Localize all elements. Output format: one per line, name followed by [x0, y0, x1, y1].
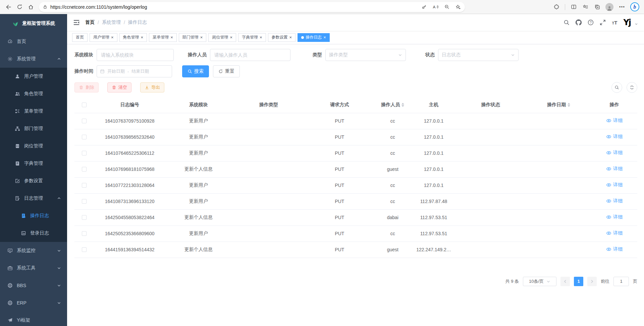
sidebar-item-oper-log[interactable]: 操作日志: [0, 207, 67, 224]
detail-link[interactable]: 详细: [606, 134, 623, 140]
row-checkbox[interactable]: [82, 167, 87, 172]
date-range-picker[interactable]: 开始日期 - 结束日期: [97, 65, 172, 77]
module-input[interactable]: [97, 49, 174, 61]
row-checkbox[interactable]: [82, 231, 87, 236]
font-size-icon[interactable]: TT: [612, 20, 617, 25]
url-text[interactable]: https://ccnetcore.com:1101/system/log/op…: [50, 4, 418, 10]
col-date-sortable[interactable]: 操作日期: [526, 97, 592, 113]
extensions-icon[interactable]: [553, 4, 560, 10]
detail-link[interactable]: 详细: [606, 182, 623, 188]
row-checkbox[interactable]: [82, 199, 87, 204]
sidebar-item-yi-framework[interactable]: Yi框架: [0, 312, 67, 326]
close-icon[interactable]: ×: [323, 35, 326, 40]
close-icon[interactable]: ×: [141, 35, 144, 40]
sidebar-item-login-log[interactable]: 登录日志: [0, 224, 67, 242]
detail-link[interactable]: 详细: [606, 230, 623, 236]
col-operator-sortable[interactable]: 操作人员: [373, 97, 412, 113]
search-button[interactable]: 搜索: [182, 65, 209, 77]
more-menu-icon[interactable]: ⋯: [619, 4, 625, 10]
tab-oper-log[interactable]: 操作日志×: [298, 33, 330, 42]
help-icon[interactable]: ?: [588, 19, 594, 25]
sidebar-collapse-icon[interactable]: [73, 19, 80, 26]
chevron-down-icon[interactable]: [635, 22, 638, 26]
row-checkbox[interactable]: [82, 135, 87, 139]
close-icon[interactable]: ×: [200, 35, 203, 40]
detail-link[interactable]: 详细: [606, 214, 623, 220]
tab-home[interactable]: 首页: [72, 33, 88, 42]
prev-page-button[interactable]: [560, 277, 570, 286]
sidebar-item-param-settings[interactable]: 参数设置: [0, 172, 67, 190]
export-button[interactable]: 导出: [140, 82, 164, 92]
next-page-button[interactable]: [587, 277, 597, 286]
password-key-icon[interactable]: [421, 4, 427, 10]
refresh-icon[interactable]: [16, 4, 23, 10]
goto-page-input[interactable]: [613, 277, 629, 286]
favorites-bar-icon[interactable]: [582, 4, 589, 10]
sidebar-item-bbs[interactable]: BBS: [0, 277, 67, 294]
detail-link[interactable]: 详细: [606, 246, 623, 252]
page-number-1[interactable]: 1: [574, 277, 583, 286]
tab-menu-manage[interactable]: 菜单管理×: [149, 33, 177, 42]
favorite-add-icon[interactable]: [455, 4, 462, 10]
sidebar-item-dept-manage[interactable]: 部门管理: [0, 120, 67, 137]
sidebar-item-erp[interactable]: ERP: [0, 294, 67, 312]
close-icon[interactable]: ×: [289, 35, 292, 40]
sidebar-item-dict-manage[interactable]: 字典管理: [0, 155, 67, 172]
close-icon[interactable]: ×: [170, 35, 173, 40]
sidebar-item-home[interactable]: 首页: [0, 33, 67, 50]
split-screen-icon[interactable]: [570, 4, 577, 10]
select-all-checkbox[interactable]: [82, 103, 87, 107]
tab-dict-manage[interactable]: 字典管理×: [238, 33, 266, 42]
row-checkbox[interactable]: [82, 183, 87, 188]
sidebar-item-user-manage[interactable]: 用户管理: [0, 68, 67, 85]
lock-icon[interactable]: [42, 4, 48, 10]
toggle-search-button[interactable]: [611, 82, 622, 93]
breadcrumb-home[interactable]: 首页: [85, 19, 95, 25]
zoom-out-icon[interactable]: [443, 4, 450, 10]
detail-link[interactable]: 详细: [606, 150, 623, 156]
fullscreen-icon[interactable]: [600, 19, 606, 25]
start-date-placeholder[interactable]: 开始日期: [107, 68, 125, 74]
breadcrumb-system-manage[interactable]: 系统管理: [102, 19, 121, 25]
tab-param-settings[interactable]: 参数设置×: [268, 33, 296, 42]
bing-chat-icon[interactable]: b: [630, 2, 639, 11]
address-bar[interactable]: https://ccnetcore.com:1101/system/log/op…: [39, 2, 465, 12]
sidebar-item-role-manage[interactable]: 角色管理: [0, 85, 67, 103]
sidebar-item-system-manage[interactable]: 系统管理: [0, 50, 67, 68]
delete-button[interactable]: 删除: [74, 82, 99, 92]
read-aloud-icon[interactable]: A: [432, 4, 439, 10]
refresh-table-button[interactable]: [627, 82, 637, 93]
page-size-select[interactable]: 10条/页: [523, 277, 556, 286]
status-select[interactable]: 日志状态: [438, 49, 519, 61]
row-checkbox[interactable]: [82, 247, 87, 252]
type-select[interactable]: 操作类型: [325, 49, 406, 61]
tab-dept-manage[interactable]: 部门管理×: [179, 33, 207, 42]
tab-user-manage[interactable]: 用户管理×: [90, 33, 117, 42]
detail-link[interactable]: 详细: [606, 198, 623, 204]
home-icon[interactable]: [28, 4, 34, 10]
detail-link[interactable]: 详细: [606, 166, 623, 172]
close-icon[interactable]: ×: [111, 35, 114, 40]
sidebar-item-system-tools[interactable]: 系统工具: [0, 259, 67, 277]
row-checkbox[interactable]: [82, 119, 87, 123]
app-logo[interactable]: 意框架管理系统: [0, 14, 67, 33]
collections-icon[interactable]: [594, 4, 600, 10]
profile-avatar[interactable]: [605, 3, 613, 11]
clear-button[interactable]: 清空: [107, 82, 131, 92]
close-icon[interactable]: ×: [230, 35, 232, 40]
sidebar-item-system-monitor[interactable]: 系统监控: [0, 242, 67, 259]
user-logo[interactable]: Yj: [623, 18, 631, 27]
sort-carets-icon[interactable]: [568, 102, 570, 108]
detail-link[interactable]: 详细: [606, 118, 623, 124]
sidebar-item-menu-manage[interactable]: 菜单管理: [0, 103, 67, 120]
close-icon[interactable]: ×: [260, 35, 262, 40]
tab-post-manage[interactable]: 岗位管理×: [208, 33, 236, 42]
search-icon[interactable]: [564, 19, 570, 25]
sidebar-item-post-manage[interactable]: 岗位管理: [0, 137, 67, 155]
sort-carets-icon[interactable]: [401, 102, 404, 108]
sidebar-item-log-manage[interactable]: 日志管理: [0, 190, 67, 207]
back-icon[interactable]: [5, 4, 11, 10]
github-icon[interactable]: [576, 19, 582, 25]
tab-role-manage[interactable]: 角色管理×: [119, 33, 147, 42]
operator-input[interactable]: [210, 49, 290, 61]
